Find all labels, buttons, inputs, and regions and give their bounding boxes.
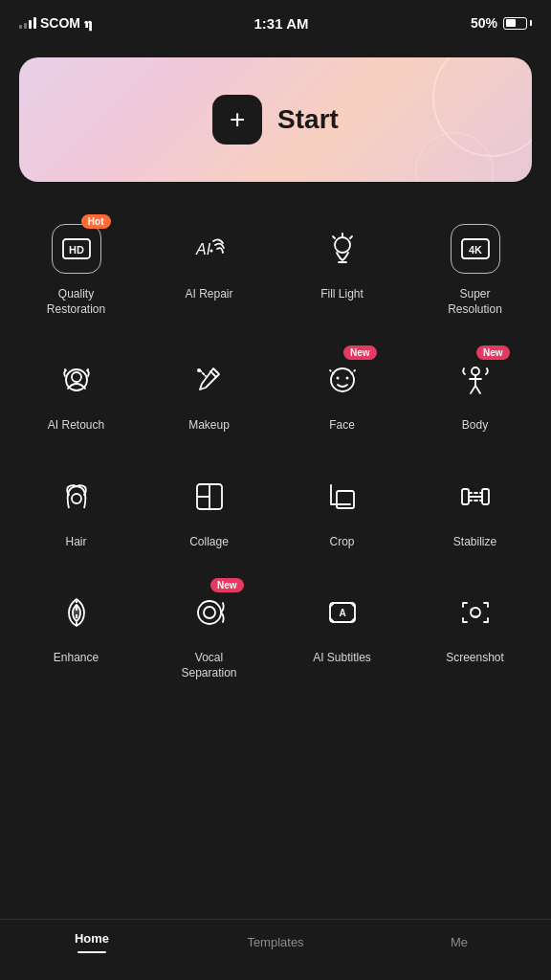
face-icon xyxy=(318,355,367,405)
feature-item-screenshot[interactable]: Screenshot xyxy=(408,568,541,700)
ai-retouch-icon xyxy=(52,355,101,405)
status-left: SCOM 𝛈 xyxy=(19,15,92,32)
screenshot-label: Screenshot xyxy=(446,651,504,666)
ai-repair-icon: AI xyxy=(185,224,234,274)
nav-me-label: Me xyxy=(451,935,468,949)
svg-point-14 xyxy=(87,368,89,370)
enhance-label: Enhance xyxy=(54,651,99,666)
svg-rect-24 xyxy=(337,491,354,508)
badge-new-face: New xyxy=(343,345,377,360)
crop-label: Crop xyxy=(329,535,354,550)
nav-home-underline xyxy=(77,951,106,954)
badge-new-body: New xyxy=(476,345,510,360)
quality-restoration-label: QualityRestoration xyxy=(47,287,105,317)
vocal-separation-icon xyxy=(185,588,234,637)
start-banner[interactable]: + Start xyxy=(19,57,532,182)
fill-light-icon xyxy=(318,224,367,274)
svg-rect-26 xyxy=(482,489,489,504)
svg-point-16 xyxy=(331,368,354,391)
feature-item-ai-repair[interactable]: AI AI Repair xyxy=(143,205,276,336)
feature-item-collage[interactable]: Collage xyxy=(143,453,276,569)
vocal-separation-label: VocalSeparation xyxy=(181,651,236,680)
time-label: 1:31 AM xyxy=(254,15,309,32)
crop-icon xyxy=(318,472,367,522)
svg-text:A: A xyxy=(339,608,345,618)
face-label: Face xyxy=(329,418,355,434)
status-right: 50% xyxy=(471,15,532,31)
svg-point-17 xyxy=(336,377,339,380)
feature-item-enhance[interactable]: Enhance xyxy=(10,568,143,700)
feature-item-ai-subtitles[interactable]: A AI Subtitles xyxy=(276,568,408,700)
svg-point-12 xyxy=(72,372,81,382)
feature-item-body[interactable]: New Body xyxy=(408,336,541,453)
svg-text:4K: 4K xyxy=(468,244,481,256)
enhance-icon xyxy=(52,588,101,637)
bottom-nav: Home Templates Me xyxy=(0,919,551,981)
svg-point-20 xyxy=(72,494,81,503)
svg-point-19 xyxy=(472,368,479,375)
svg-point-3 xyxy=(209,250,212,253)
nav-home-label: Home xyxy=(75,931,109,946)
svg-point-4 xyxy=(335,237,350,253)
hair-icon xyxy=(52,472,101,522)
feature-item-hair[interactable]: Hair xyxy=(10,453,143,569)
feature-item-stabilize[interactable]: Stabilize xyxy=(408,453,541,569)
nav-templates[interactable]: Templates xyxy=(184,935,367,949)
makeup-label: Makeup xyxy=(188,418,230,434)
badge-new-vocal: New xyxy=(210,578,244,592)
badge-hot: Hot xyxy=(81,214,111,229)
battery-icon xyxy=(503,17,532,30)
nav-home[interactable]: Home xyxy=(0,931,184,954)
hair-label: Hair xyxy=(65,535,86,550)
super-resolution-label: SuperResolution xyxy=(448,287,502,317)
status-bar: SCOM 𝛈 1:31 AM 50% xyxy=(0,0,551,42)
start-label: Start xyxy=(277,104,339,135)
ai-retouch-label: AI Retouch xyxy=(48,418,104,434)
nav-me[interactable]: Me xyxy=(367,935,551,949)
body-label: Body xyxy=(462,418,488,434)
stabilize-label: Stabilize xyxy=(453,535,496,550)
super-resolution-icon: 4K xyxy=(451,224,500,274)
collage-icon xyxy=(185,472,234,522)
signal-icon xyxy=(19,17,36,29)
feature-item-makeup[interactable]: Makeup xyxy=(143,336,276,453)
fill-light-label: Fill Light xyxy=(320,287,364,302)
body-icon xyxy=(451,355,500,405)
plus-icon: + xyxy=(212,95,262,145)
svg-rect-25 xyxy=(462,489,469,504)
svg-point-18 xyxy=(345,377,348,380)
svg-point-33 xyxy=(470,609,473,612)
ai-repair-label: AI Repair xyxy=(185,287,232,302)
feature-grid: Hot HD QualityRestoration AI xyxy=(0,205,551,701)
ai-subtitles-label: AI Subtitles xyxy=(313,651,371,666)
feature-item-crop[interactable]: Crop xyxy=(276,453,408,569)
battery-percent: 50% xyxy=(471,15,497,31)
screenshot-icon xyxy=(451,588,500,637)
feature-item-ai-retouch[interactable]: AI Retouch xyxy=(10,336,143,453)
stabilize-icon xyxy=(451,472,500,522)
feature-item-fill-light[interactable]: Fill Light xyxy=(276,205,408,336)
carrier-label: SCOM xyxy=(40,15,80,31)
svg-point-29 xyxy=(204,607,215,618)
feature-item-quality-restoration[interactable]: Hot HD QualityRestoration xyxy=(10,205,143,336)
quality-restoration-icon: HD xyxy=(52,224,101,274)
svg-line-8 xyxy=(333,236,335,238)
feature-item-face[interactable]: New Face xyxy=(276,336,408,453)
nav-templates-label: Templates xyxy=(247,935,303,949)
svg-text:HD: HD xyxy=(69,244,84,256)
svg-point-13 xyxy=(64,368,66,370)
feature-item-super-resolution[interactable]: 4K SuperResolution xyxy=(408,205,541,336)
svg-text:AI: AI xyxy=(195,241,211,257)
makeup-icon xyxy=(185,355,234,405)
ai-subtitles-icon: A xyxy=(318,588,367,637)
svg-line-7 xyxy=(350,236,352,238)
collage-label: Collage xyxy=(189,535,229,550)
svg-point-28 xyxy=(198,601,221,624)
feature-item-vocal-separation[interactable]: New VocalSeparation xyxy=(143,568,276,700)
wifi-icon: 𝛈 xyxy=(84,15,92,32)
